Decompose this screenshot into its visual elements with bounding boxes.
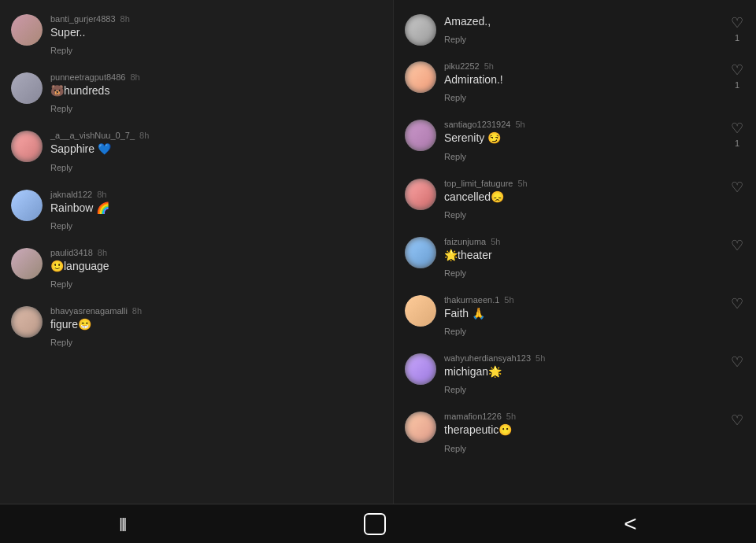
nav-bar: ||| < (0, 504, 756, 543)
nav-back-icon[interactable]: < (624, 512, 636, 537)
avatar (405, 179, 436, 210)
username: santiago1231924 (444, 120, 510, 129)
comment-header: wahyuherdiansyah1235h (444, 353, 721, 363)
comment-text: Amazed., (444, 14, 721, 28)
reply-button[interactable]: Reply (444, 444, 466, 453)
comment-text: 🙂language (50, 259, 382, 273)
nav-circle-icon[interactable] (364, 513, 386, 535)
comment-item: punneetragput84868h🐻hundredsReply (0, 65, 393, 123)
comment-item: banti_gurjer48838hSuper..Reply (0, 6, 393, 65)
comment-time: 8h (132, 306, 142, 316)
reply-button[interactable]: Reply (444, 385, 466, 394)
reply-button[interactable]: Reply (444, 268, 466, 278)
reply-button[interactable]: Reply (50, 338, 72, 347)
reply-button[interactable]: Reply (444, 93, 466, 102)
avatar (405, 295, 436, 327)
comment-body: mamafion12265htherapeutic😶Reply (444, 412, 721, 454)
avatar (11, 14, 43, 46)
comment-item: piku22525hAdmiration.!Reply♡1 (394, 54, 756, 112)
heart-icon[interactable]: ♡ (731, 353, 743, 371)
username: banti_gurjer4883 (50, 14, 116, 24)
comment-text: Admiration.! (444, 72, 721, 87)
comment-body: faizunjuma5h🌟theaterReply (444, 237, 721, 279)
username: _a__a_vishNuu_0_7_ (50, 131, 135, 140)
comment-item: top_limit_fatugure5hcancelled😞Reply♡ (394, 171, 756, 229)
nav-home-icon[interactable]: ||| (119, 515, 125, 532)
reply-button[interactable]: Reply (444, 35, 466, 44)
heart-icon[interactable]: ♡ (731, 179, 743, 196)
comment-text: Super.. (50, 25, 382, 39)
comment-item: paulid34188h🙂languageReply (0, 240, 393, 298)
comment-body: piku22525hAdmiration.!Reply (444, 61, 721, 104)
comment-time: 8h (98, 248, 107, 257)
heart-icon[interactable]: ♡ (731, 295, 743, 312)
username: punneetragput8486 (50, 72, 125, 82)
like-count: 1 (735, 139, 739, 148)
comment-header: mamafion12265h (444, 412, 721, 421)
main-content: banti_gurjer48838hSuper..Replypunneetrag… (0, 0, 756, 504)
comment-time: 8h (97, 190, 106, 199)
comment-body: _a__a_vishNuu_0_7_8hSapphire 💙Reply (50, 131, 382, 173)
comment-text: Serenity 😏 (444, 131, 721, 145)
comment-item: thakurnaeen.15hFaith 🙏Reply♡ (394, 287, 756, 345)
avatar (11, 248, 43, 279)
comment-body: bhavyasrenagamalli8hfigure😁Reply (50, 306, 382, 349)
comment-item: jaknald1228hRainbow 🌈Reply (0, 182, 393, 240)
comment-body: punneetragput84868h🐻hundredsReply (50, 72, 382, 115)
comment-header: thakurnaeen.15h (444, 295, 721, 305)
reply-button[interactable]: Reply (50, 163, 72, 172)
reply-button[interactable]: Reply (444, 152, 466, 161)
comment-item: Amazed.,Reply♡1 (394, 6, 756, 54)
comment-body: Amazed.,Reply (444, 14, 721, 46)
comment-time: 8h (120, 14, 130, 24)
avatar (405, 237, 436, 268)
comment-header: santiago12319245h (444, 120, 721, 129)
comment-item: santiago12319245hSerenity 😏Reply♡1 (394, 112, 756, 170)
comment-body: santiago12319245hSerenity 😏Reply (444, 120, 721, 162)
heart-icon[interactable]: ♡ (731, 237, 743, 254)
avatar (405, 353, 436, 385)
comment-actions: ♡1 (729, 14, 745, 42)
comment-text: figure😁 (50, 317, 382, 331)
username: mamafion1226 (444, 412, 502, 421)
like-count: 1 (735, 80, 739, 90)
comment-header: bhavyasrenagamalli8h (50, 306, 382, 316)
comment-item: wahyuherdiansyah1235hmichigan🌟Reply♡ (394, 345, 756, 404)
comment-actions: ♡1 (729, 120, 745, 148)
reply-button[interactable]: Reply (50, 221, 72, 231)
left-panel: banti_gurjer48838hSuper..Replypunneetrag… (0, 0, 394, 504)
comment-text: 🌟theater (444, 248, 721, 262)
comment-body: top_limit_fatugure5hcancelled😞Reply (444, 179, 721, 221)
comment-actions: ♡1 (729, 61, 745, 90)
heart-icon[interactable]: ♡ (731, 120, 743, 137)
comment-header: _a__a_vishNuu_0_7_8h (50, 131, 382, 140)
comment-actions: ♡ (729, 412, 745, 429)
heart-icon[interactable]: ♡ (731, 14, 743, 31)
username: thakurnaeen.1 (444, 295, 499, 305)
comment-header: top_limit_fatugure5h (444, 179, 721, 188)
like-count: 1 (735, 33, 739, 42)
heart-icon[interactable]: ♡ (731, 412, 743, 429)
reply-button[interactable]: Reply (50, 46, 72, 55)
comment-text: Rainbow 🌈 (50, 201, 382, 215)
reply-button[interactable]: Reply (50, 104, 72, 113)
comment-header: piku22525h (444, 61, 721, 71)
username: piku2252 (444, 61, 480, 71)
comment-time: 5h (491, 237, 500, 246)
comment-text: cancelled😞 (444, 190, 721, 204)
comment-header: paulid34188h (50, 248, 382, 257)
reply-button[interactable]: Reply (444, 210, 466, 220)
comment-text: 🐻hundreds (50, 83, 382, 98)
reply-button[interactable]: Reply (444, 327, 466, 336)
avatar (11, 72, 43, 104)
comment-header: punneetragput84868h (50, 72, 382, 82)
comment-actions: ♡ (729, 295, 745, 312)
reply-button[interactable]: Reply (50, 279, 72, 289)
comment-header: banti_gurjer48838h (50, 14, 382, 24)
avatar (405, 61, 436, 93)
comment-time: 5h (504, 295, 513, 305)
heart-icon[interactable]: ♡ (731, 61, 743, 79)
comment-actions: ♡ (729, 179, 745, 196)
comment-body: wahyuherdiansyah1235hmichigan🌟Reply (444, 353, 721, 396)
comment-body: paulid34188h🙂languageReply (50, 248, 382, 290)
